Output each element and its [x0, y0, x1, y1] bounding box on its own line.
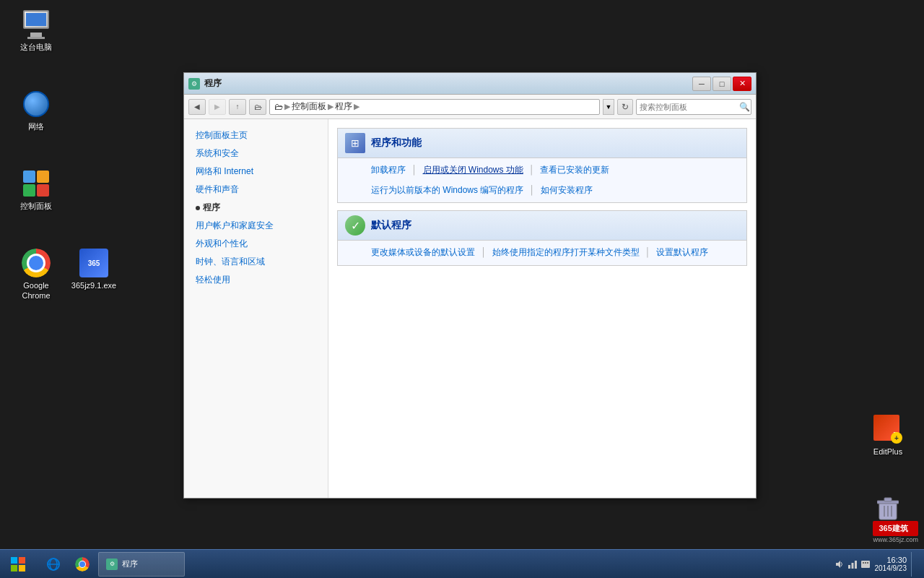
refresh-button[interactable]: ↻	[617, 99, 633, 115]
desktop-icon-editplus[interactable]: E + EditPlus	[859, 412, 917, 460]
tray-icon-keyboard[interactable]	[860, 559, 871, 569]
svg-rect-15	[851, 563, 853, 569]
desktop-icon-label-network: 网络	[28, 121, 44, 131]
card-links-default: 更改媒体或设备的默认设置 │ 始终使用指定的程序打开某种文件类型 │ 设置默认程…	[338, 241, 746, 265]
search-input[interactable]	[640, 103, 739, 111]
taskbar-app-programs[interactable]: ⚙ 程序	[98, 552, 185, 577]
path-part-root: 🗁	[274, 102, 283, 112]
sidebar-label-system-security: 系统和安全	[196, 147, 239, 160]
desktop-icon-control-panel[interactable]: 控制面板	[7, 166, 65, 214]
watermark-label: 365建筑	[879, 523, 907, 534]
svg-rect-8	[11, 565, 17, 571]
recycle-bin-icon	[873, 494, 902, 523]
sidebar-label-home: 控制面板主页	[196, 129, 248, 142]
window-content: 控制面板主页 系统和安全 网络和 Internet 硬件和声音 程序 用户帐户和…	[184, 119, 756, 498]
window-icon: ⚙	[188, 78, 200, 90]
desktop: 这台电脑 网络 控制面板 Google Chr	[0, 0, 924, 578]
svg-rect-14	[848, 565, 850, 569]
address-bar: ◀ ▶ ↑ 🗁 🗁 ▶ 控制面板 ▶ 程序 ▶ ▼ ↻ 🔍	[184, 95, 756, 119]
sidebar: 控制面板主页 系统和安全 网络和 Internet 硬件和声音 程序 用户帐户和…	[184, 119, 328, 498]
address-path[interactable]: 🗁 ▶ 控制面板 ▶ 程序 ▶	[269, 99, 600, 115]
path-part-programs: 程序	[335, 100, 352, 113]
address-dropdown[interactable]: ▼	[603, 99, 614, 115]
show-desktop-button[interactable]	[911, 552, 917, 577]
taskbar-app-label: 程序	[122, 558, 138, 569]
card-links-programs-row1: 卸载程序 │ 启用或关闭 Windows 功能 │ 查看已安装的更新	[338, 158, 746, 183]
desktop-icon-label-control-panel: 控制面板	[20, 201, 52, 211]
link-always-use[interactable]: 始终使用指定的程序打开某种文件类型	[492, 245, 640, 261]
desktop-icon-network[interactable]: 网络	[7, 87, 65, 134]
network-icon	[22, 90, 51, 118]
sidebar-item-programs[interactable]: 程序	[184, 199, 328, 217]
svg-marker-13	[836, 561, 840, 568]
taskbar-icon-ie[interactable]	[40, 551, 66, 577]
back-button[interactable]: ◀	[188, 99, 206, 115]
search-box: 🔍	[636, 99, 751, 115]
windows-start-icon	[10, 556, 26, 572]
link-change-media[interactable]: 更改媒体或设备的默认设置	[371, 245, 475, 261]
window-title: 程序	[204, 77, 692, 90]
card-default-programs: ✓ 默认程序 更改媒体或设备的默认设置 │ 始终使用指定的程序打开某种文件类型 …	[337, 210, 747, 266]
folder-button[interactable]: 🗁	[249, 99, 266, 115]
sidebar-label-programs: 程序	[203, 202, 220, 214]
sidebar-item-user-accounts[interactable]: 用户帐户和家庭安全	[184, 217, 328, 235]
programs-features-icon: ⊞	[345, 133, 365, 153]
link-view-updates[interactable]: 查看已安装的更新	[540, 163, 609, 178]
restore-button[interactable]: □	[712, 77, 731, 91]
link-uninstall[interactable]: 卸载程序	[371, 163, 406, 178]
control-panel-icon	[22, 169, 51, 198]
title-bar: ⚙ 程序 ─ □ ✕	[184, 73, 756, 95]
up-button[interactable]: ↑	[229, 99, 246, 115]
close-button[interactable]: ✕	[733, 77, 751, 91]
search-icon[interactable]: 🔍	[739, 100, 750, 113]
sidebar-item-hardware[interactable]: 硬件和声音	[184, 181, 328, 199]
link-set-default[interactable]: 设置默认程序	[656, 245, 708, 261]
sidebar-label-appearance: 外观和个性化	[196, 238, 248, 250]
sidebar-item-appearance[interactable]: 外观和个性化	[184, 235, 328, 253]
chrome-icon	[22, 249, 51, 277]
svg-rect-9	[19, 565, 25, 571]
desktop-icon-365jz[interactable]: 365 365jz9.1.exe	[65, 246, 123, 293]
tray-icons	[834, 559, 871, 569]
tray-icon-speaker[interactable]	[834, 559, 845, 569]
taskbar: ⚙ 程序	[0, 549, 924, 578]
desktop-icon-label-365jz: 365jz9.1.exe	[71, 280, 116, 290]
control-panel-window: ⚙ 程序 ─ □ ✕ ◀ ▶ ↑ 🗁 🗁 ▶ 控制面板 ▶ 程序 ▶	[183, 72, 757, 499]
tray-time-display: 16:30	[875, 556, 907, 564]
watermark-365[interactable]: 365建筑 www.365jz.com	[873, 521, 918, 543]
card-links-programs-row2: 运行为以前版本的 Windows 编写的程序 │ 如何安装程序	[338, 183, 746, 203]
tray-clock[interactable]: 16:30 2014/9/23	[875, 556, 907, 572]
svg-rect-2	[884, 498, 892, 501]
sidebar-item-system-security[interactable]: 系统和安全	[184, 144, 328, 163]
svg-rect-6	[11, 557, 17, 564]
svg-rect-20	[867, 562, 868, 564]
svg-rect-19	[865, 562, 866, 564]
taskbar-icon-chrome[interactable]	[69, 551, 95, 577]
link-how-install[interactable]: 如何安装程序	[541, 183, 593, 199]
tray-date-display: 2014/9/23	[875, 564, 907, 572]
sidebar-label-clock-language: 时钟、语言和区域	[196, 256, 265, 268]
minimize-button[interactable]: ─	[692, 77, 711, 91]
desktop-icon-my-computer[interactable]: 这台电脑	[7, 7, 65, 55]
main-panel: ⊞ 程序和功能 卸载程序 │ 启用或关闭 Windows 功能 │ 查看已安装的…	[328, 119, 756, 498]
card-header-default: ✓ 默认程序	[338, 211, 746, 241]
sidebar-item-network[interactable]: 网络和 Internet	[184, 163, 328, 181]
svg-rect-16	[855, 561, 857, 569]
sidebar-item-clock-language[interactable]: 时钟、语言和区域	[184, 253, 328, 271]
sidebar-item-ease-of-access[interactable]: 轻松使用	[184, 271, 328, 289]
active-bullet	[196, 206, 200, 210]
forward-button[interactable]: ▶	[209, 99, 226, 115]
svg-rect-18	[863, 562, 864, 564]
desktop-icon-chrome[interactable]: Google Chrome	[7, 246, 65, 304]
editplus-app-icon: E +	[873, 415, 902, 444]
sidebar-label-network: 网络和 Internet	[196, 165, 253, 178]
card-title-default: 默认程序	[371, 219, 411, 232]
365jz-icon: 365	[79, 249, 108, 277]
sidebar-label-ease-of-access: 轻松使用	[196, 274, 230, 286]
taskbar-items: ⚙ 程序	[36, 550, 827, 578]
sidebar-item-home[interactable]: 控制面板主页	[184, 126, 328, 144]
link-run-legacy[interactable]: 运行为以前版本的 Windows 编写的程序	[371, 183, 523, 199]
start-button[interactable]	[0, 550, 36, 579]
tray-icon-network[interactable]	[847, 559, 858, 569]
link-windows-features[interactable]: 启用或关闭 Windows 功能	[423, 163, 523, 178]
